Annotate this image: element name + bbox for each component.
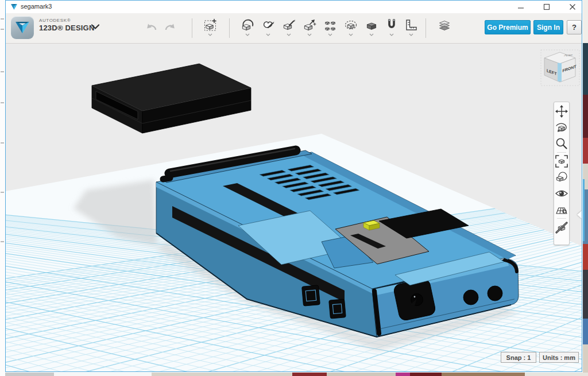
- close-button[interactable]: [563, 1, 582, 13]
- desktop-thumbnail: [583, 319, 588, 344]
- desktop-thumbnail: [410, 373, 442, 376]
- import-icon[interactable]: [203, 18, 218, 40]
- go-premium-label: Go Premium: [487, 24, 528, 32]
- construct-icon[interactable]: [281, 18, 296, 40]
- modify-glyph: [302, 18, 317, 33]
- desktop-thumbnail: [525, 373, 588, 376]
- view-cube-edge-highlight[interactable]: [558, 63, 562, 82]
- redo-icon[interactable]: [164, 21, 177, 33]
- chevron-down-icon: [369, 33, 374, 36]
- maximize-icon: [543, 3, 550, 10]
- app-menu-logo: [11, 16, 34, 39]
- chevron-down-icon: [245, 33, 250, 36]
- desktop-thumbnail: [583, 344, 588, 376]
- desktop-thumbnail: [583, 138, 588, 164]
- material-icon[interactable]: [554, 169, 569, 185]
- brand-autodesk: AUTODESK®: [39, 18, 71, 23]
- desktop-thumbnail: [583, 244, 588, 270]
- measure-icon[interactable]: [404, 18, 419, 40]
- minimize-icon: [517, 3, 524, 10]
- zoomt-accent: [563, 145, 567, 149]
- toolbar-separator: [192, 18, 192, 38]
- maximize-button[interactable]: [537, 1, 556, 13]
- primitives-icon[interactable]: [240, 18, 255, 40]
- zoom-glyph: [554, 136, 569, 151]
- visibility-icon[interactable]: [554, 185, 569, 201]
- help-button[interactable]: ?: [567, 20, 582, 34]
- grouping-icon[interactable]: [343, 18, 358, 40]
- fit-icon[interactable]: [554, 153, 569, 169]
- desktop-background-bottom: [5, 373, 588, 376]
- snap-setting[interactable]: Snap : 1: [501, 352, 536, 363]
- controller-port-2[interactable]: [329, 299, 346, 319]
- chevron-down-icon: [266, 33, 270, 36]
- window-title: segamark3: [21, 3, 52, 10]
- primitives-glyph: [240, 18, 255, 33]
- construct-glyph: [281, 18, 296, 33]
- snap-label: Snap : 1: [506, 354, 531, 361]
- undo-icon[interactable]: [144, 21, 158, 33]
- import-glyph: [203, 18, 218, 33]
- modify-icon[interactable]: [302, 18, 317, 40]
- modify-accent: [314, 23, 316, 25]
- measure-glyph: [404, 18, 419, 33]
- chevron-down-icon[interactable]: [90, 24, 100, 30]
- pattern-glyph: [323, 18, 338, 33]
- pan-accent: [557, 107, 566, 116]
- sign-in-button[interactable]: Sign In: [533, 20, 563, 34]
- hide-sketch-icon[interactable]: [554, 219, 569, 235]
- pupil: [559, 191, 564, 196]
- desktop-thumbnail: [583, 43, 588, 95]
- app-logo-icon: [10, 3, 18, 10]
- brand-123d-design: 123D® DESIGN: [39, 24, 95, 32]
- desktop-thumbnail: [583, 95, 588, 138]
- desktop-thumbnail: [442, 373, 525, 376]
- slash: [556, 223, 567, 232]
- cartridge-model[interactable]: [92, 64, 251, 133]
- desktop-thumbnail: [583, 270, 588, 319]
- desktop-thumbnail: [152, 373, 292, 376]
- chevron-down-icon: [208, 33, 212, 36]
- toolbar-separator: [425, 18, 426, 38]
- toolbar-separator: [557, 152, 566, 153]
- pattern-icon[interactable]: [323, 18, 338, 40]
- desktop-background-right: [583, 0, 588, 376]
- snap-icon[interactable]: [384, 18, 399, 40]
- toolbar-separator: [229, 18, 230, 38]
- front-knob-highlight: [414, 296, 416, 298]
- pen-tip: [294, 20, 295, 22]
- combine-icon[interactable]: [364, 18, 379, 40]
- zoom-icon[interactable]: [554, 135, 569, 152]
- 3d-print-icon[interactable]: [437, 18, 452, 40]
- glint: [560, 192, 561, 193]
- scene-canvas[interactable]: [6, 44, 582, 371]
- sign-in-label: Sign In: [537, 24, 560, 32]
- construct-accent: [289, 21, 294, 26]
- front-button-2[interactable]: [488, 286, 502, 301]
- grid-icon[interactable]: [554, 201, 569, 218]
- grid-glyph: [554, 202, 569, 217]
- fit-glyph: [554, 154, 569, 169]
- view-cube[interactable]: TOP LEFT FRONT: [540, 49, 581, 90]
- help-label: ?: [572, 23, 577, 32]
- units-label: Units : mm: [543, 354, 575, 361]
- grouping-glyph: [343, 18, 358, 33]
- visibility-glyph: [554, 186, 569, 201]
- panel-collapse-arrow[interactable]: [577, 211, 582, 219]
- magnet-pole: [388, 20, 390, 21]
- front-button-1[interactable]: [463, 290, 478, 305]
- orbit-icon[interactable]: [554, 119, 569, 135]
- close-icon: [569, 3, 576, 10]
- go-premium-button[interactable]: Go Premium: [485, 20, 531, 34]
- chevron-down-icon: [287, 33, 291, 36]
- pan-icon[interactable]: [554, 103, 569, 119]
- 3d-print-glyph: [437, 18, 452, 33]
- controller-port-1[interactable]: [302, 285, 320, 306]
- title-bar: segamark3: [6, 1, 582, 13]
- minimize-button[interactable]: [511, 1, 531, 13]
- sketch-icon[interactable]: [261, 18, 276, 40]
- desktop-thumbnail: [5, 373, 54, 376]
- units-setting[interactable]: Units : mm: [539, 352, 579, 363]
- material-glyph: [554, 170, 569, 185]
- main-toolbar: AUTODESK® 123D® DESIGN: [6, 13, 582, 44]
